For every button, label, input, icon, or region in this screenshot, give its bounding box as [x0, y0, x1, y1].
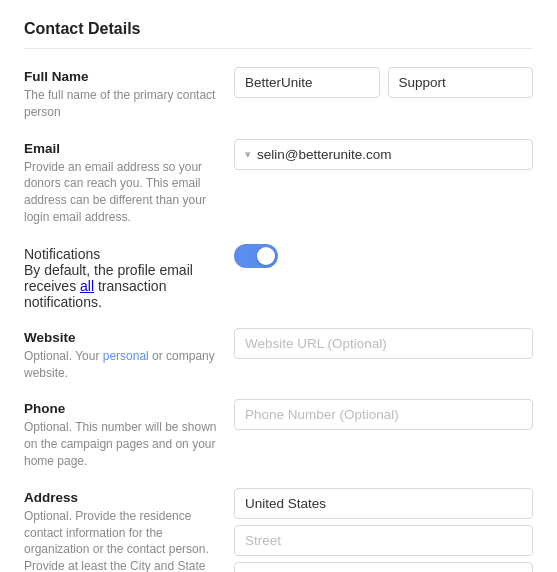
last-name-input[interactable] [388, 67, 534, 98]
phone-label-col: Phone Optional. This number will be show… [24, 399, 234, 469]
website-input[interactable] [234, 328, 533, 359]
website-desc: Optional. Your personal or company websi… [24, 348, 218, 382]
email-label-col: Email Provide an email address so your d… [24, 139, 234, 226]
phone-input[interactable] [234, 399, 533, 430]
address-row: Address Optional. Provide the residence … [24, 488, 533, 572]
country-select[interactable]: United States [234, 488, 533, 519]
email-label: Email [24, 141, 218, 156]
notifications-link[interactable]: all [80, 278, 94, 294]
personal-link[interactable]: personal [103, 349, 149, 363]
email-desc: Provide an email address so your donors … [24, 159, 218, 226]
website-input-col [234, 328, 533, 359]
full-name-label-col: Full Name The full name of the primary c… [24, 67, 234, 121]
notifications-toggle-col [234, 244, 533, 268]
phone-input-col [234, 399, 533, 430]
toggle-track [234, 244, 278, 268]
address-desc: Optional. Provide the residence contact … [24, 508, 218, 572]
notifications-label-col: Notifications By default, the profile em… [24, 244, 234, 310]
phone-row: Phone Optional. This number will be show… [24, 399, 533, 469]
toggle-wrapper [234, 244, 533, 268]
email-arrow-icon: ▾ [245, 148, 251, 161]
notifications-desc: By default, the profile email receives a… [24, 262, 218, 310]
full-name-row: Full Name The full name of the primary c… [24, 67, 533, 121]
phone-label: Phone [24, 401, 218, 416]
email-display[interactable]: ▾ selin@betterunite.com [234, 139, 533, 170]
full-name-inputs [234, 67, 533, 98]
email-value: selin@betterunite.com [257, 147, 392, 162]
website-label: Website [24, 330, 218, 345]
website-label-col: Website Optional. Your personal or compa… [24, 328, 234, 382]
first-name-input[interactable] [234, 67, 380, 98]
website-row: Website Optional. Your personal or compa… [24, 328, 533, 382]
notifications-label: Notifications [24, 246, 218, 262]
email-input-col: ▾ selin@betterunite.com [234, 139, 533, 170]
city-input[interactable] [234, 562, 533, 572]
country-select-wrapper: United States [234, 488, 533, 519]
email-row: Email Provide an email address so your d… [24, 139, 533, 226]
phone-desc: Optional. This number will be shown on t… [24, 419, 218, 469]
address-label: Address [24, 490, 218, 505]
address-input-col: United States [234, 488, 533, 572]
full-name-label: Full Name [24, 69, 218, 84]
street-input[interactable] [234, 525, 533, 556]
full-name-desc: The full name of the primary contact per… [24, 87, 218, 121]
notifications-row: Notifications By default, the profile em… [24, 244, 533, 310]
full-name-input-row [234, 67, 533, 98]
notifications-toggle[interactable] [234, 244, 278, 268]
address-label-col: Address Optional. Provide the residence … [24, 488, 234, 572]
toggle-thumb [257, 247, 275, 265]
section-title: Contact Details [24, 20, 533, 49]
